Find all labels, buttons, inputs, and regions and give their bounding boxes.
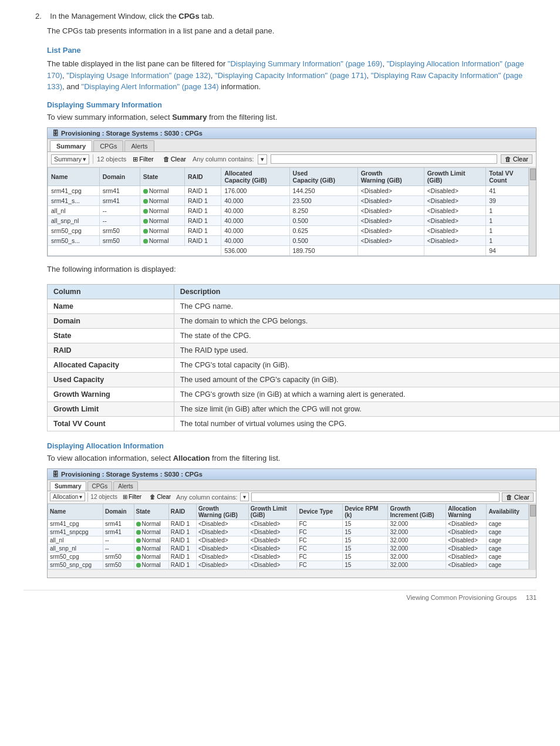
search-input[interactable] [271,154,497,164]
alloc-filter-dropdown[interactable]: Allocation ▾ [50,492,85,501]
alloc-cell: cage [487,536,529,544]
alloc-clear-button[interactable]: 🗑 Clear [147,492,174,501]
desc-table: Column Description NameThe CPG name.Doma… [47,284,560,431]
alloc-clear-right-button[interactable]: 🗑 Clear [502,492,534,502]
alloc-cell: RAID 1 [168,536,196,544]
alloc-cell: Normal [134,561,168,569]
summary-cell: 0.500 [289,235,357,245]
col-name: Name [48,167,100,185]
alloc-col-raid: RAID [168,504,196,519]
summary-cell: RAID 1 [185,215,221,225]
desc-row: Used CapacityThe used amount of the CPG'… [48,372,560,387]
alloc-cell: cage [487,544,529,552]
alloc-tab-summary[interactable]: Summary [50,481,86,491]
alloc-clear-right-label: Clear [514,494,529,501]
col-used: UsedCapacity (GiB) [289,167,357,185]
alloc-search-input[interactable] [251,492,500,502]
summary-cell: srm50 [99,235,140,245]
link-capacity[interactable]: "Displaying Capacity Information" (page … [215,71,367,80]
alloc-cell: all_snp_nl [48,544,103,552]
alloc-cell: 15 [343,544,388,552]
summary-cell: all_snp_nl [48,215,100,225]
desc-desc-cell: The CPG's total capacity (in GiB). [174,357,559,372]
allocation-table-scroll: Name Domain State RAID GrowthWarning (Gi… [48,504,529,569]
alloc-cell: srm41 [103,519,134,528]
alloc-col-device-rpm: Device RPM(k) [343,504,388,519]
col-domain: Domain [99,167,140,185]
summary-cell: 40.000 [221,215,289,225]
summary-row: srm50_cpgsrm50NormalRAID 140.0000.625<Di… [48,225,529,235]
alloc-col-domain: Domain [103,504,134,519]
clear-right-button[interactable]: 🗑 Clear [501,154,532,164]
filter-dropdown[interactable]: Summary ▾ [51,154,89,164]
summary-cell: Normal [140,205,184,215]
tab-summary[interactable]: Summary [50,140,92,151]
summary-row: srm41_cpgsrm41NormalRAID 1176.000144.250… [48,185,529,195]
alloc-cell: FC [297,536,343,544]
desc-col-cell: State [48,328,174,343]
link-usage[interactable]: "Displaying Usage Information" (page 132… [66,71,211,80]
summary-cell: <Disabled> [357,215,424,225]
alloc-cell: 32.000 [388,552,446,561]
summary-cell: 1 [486,215,529,225]
footer-used: 189.750 [289,245,357,255]
desc-desc-header: Description [174,284,559,299]
summary-table: Name Domain State RAID AllocatedCapacity… [48,167,529,256]
alloc-filter-label: Allocation [53,494,78,500]
summary-view-para: To view summary information, select Summ… [47,113,537,121]
desc-row: Allocated CapacityThe CPG's total capaci… [48,357,560,372]
alloc-col-growth-inc: GrowthIncrement (GiB) [388,504,446,519]
col-raid: RAID [185,167,221,185]
alloc-col-name: Name [48,504,103,519]
alloc-cell: RAID 1 [168,561,196,569]
alloc-scrollbar-thumb[interactable] [530,505,536,517]
clear-button[interactable]: 🗑 Clear [160,154,189,164]
alloc-tab-cpgs[interactable]: CPGs [87,481,113,491]
summary-row: srm50_s...srm50NormalRAID 140.0000.500<D… [48,235,529,245]
alloc-cell: all_nl [48,536,103,544]
alloc-scrollbar[interactable] [529,504,536,569]
filter-button[interactable]: ⊞ Filter [130,154,156,164]
alloc-any-col-dropdown[interactable]: ▾ [240,492,249,501]
alloc-cell: <Disabled> [248,528,297,536]
tab-cpgs[interactable]: CPGs [93,140,123,151]
alloc-cell: <Disabled> [248,561,297,569]
summary-cell: Normal [140,195,184,205]
desc-col-cell: Allocated Capacity [48,357,174,372]
alloc-cell: FC [297,528,343,536]
alloc-clear-icon: 🗑 [150,494,156,500]
any-col-dropdown[interactable]: ▾ [258,154,267,164]
alloc-cell: srm41_snpcpg [48,528,103,536]
allocation-tabs-bar: Summary CPGs Alerts [48,480,536,491]
alloc-cell: <Disabled> [196,536,248,544]
alloc-window-title-text: Provisioning : Storage Systems : S030 : … [61,471,203,478]
alloc-clear-btn-label: Clear [157,494,171,500]
alloc-filter-button[interactable]: ⊞ Filter [120,492,144,501]
link-summary[interactable]: "Displaying Summary Information" (page 1… [228,59,383,68]
tab-alerts[interactable]: Alerts [124,140,154,151]
desc-row: Growth WarningThe CPG's growth size (in … [48,387,560,401]
alloc-cell: cage [487,552,529,561]
desc-desc-cell: The used amount of the CPG's capacity (i… [174,372,559,387]
summary-window-title-text: Provisioning : Storage Systems : S030 : … [61,130,203,137]
summary-cell: 39 [486,195,529,205]
desc-desc-cell: The domain to which the CPG belongs. [174,313,559,328]
desc-desc-cell: The CPG name. [174,299,559,313]
alloc-cell: -- [103,544,134,552]
alloc-cell: <Disabled> [248,536,297,544]
alloc-cell: Normal [134,544,168,552]
summary-cell: RAID 1 [185,225,221,235]
link-alert[interactable]: "Displaying Alert Information" (page 134… [82,82,219,91]
filter-label: Summary [54,156,82,163]
scrollbar-thumb[interactable] [530,168,536,180]
alloc-cell: 15 [343,519,388,528]
status-dot [143,199,148,204]
footer-vv: 94 [486,245,529,255]
alloc-tab-alerts[interactable]: Alerts [113,481,138,491]
list-pane-heading: List Pane [47,46,537,55]
scrollbar[interactable] [529,167,536,256]
alloc-any-col-label: Any column contains: [176,494,238,501]
objects-count: 12 objects [97,156,126,163]
footer-allocated: 536.000 [221,245,289,255]
desc-row: StateThe state of the CPG. [48,328,560,343]
